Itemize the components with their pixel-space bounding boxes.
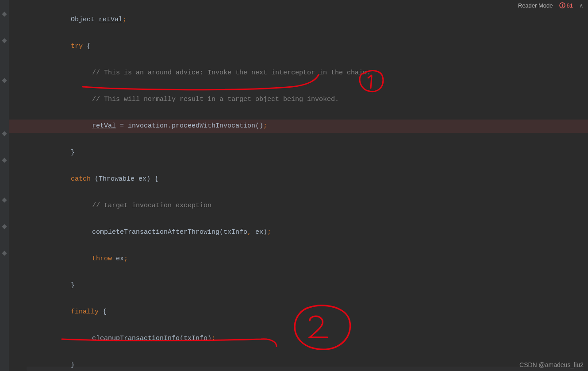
code-text: ex [112, 255, 124, 263]
code-text: { [83, 43, 91, 50]
code-text: (Throwable ex) { [91, 175, 158, 183]
code-line: // This is an around advice: Invoke the … [9, 66, 588, 80]
code-text: ; [211, 335, 215, 342]
code-text: } [71, 149, 75, 156]
code-text: ; [267, 228, 271, 236]
code-line: try { [9, 40, 588, 53]
fold-marker[interactable] [2, 224, 7, 229]
fold-marker[interactable] [2, 78, 7, 83]
code-line: } [9, 279, 588, 292]
code-text: Object [71, 16, 99, 23]
code-text: completeTransactionAfterThrowing(txInfo [92, 228, 247, 236]
comment: // This will normally result in a target… [92, 96, 339, 103]
code-text: { [99, 308, 107, 316]
fold-marker[interactable] [2, 131, 7, 136]
fold-marker[interactable] [2, 38, 7, 43]
kw-try: try [71, 43, 83, 50]
fold-marker[interactable] [2, 251, 7, 255]
code-line: throw ex; [9, 252, 588, 266]
code-text: , [247, 228, 255, 236]
code-text: ; [124, 255, 128, 263]
comment: // target invocation exception [92, 202, 211, 209]
code-line: finally { [9, 305, 588, 319]
code-line: cleanupTransactionInfo(txInfo); [9, 332, 588, 345]
gutter [0, 0, 9, 371]
code-text: ; [123, 16, 127, 23]
fold-marker[interactable] [2, 158, 7, 162]
code-editor[interactable]: Object retVal; try { // This is an aroun… [9, 0, 588, 371]
code-line: // target invocation exception [9, 199, 588, 213]
kw-catch: catch [71, 175, 91, 183]
code-text: = invocation.proceedWithInvocation() [116, 122, 263, 130]
code-text: ; [263, 122, 267, 130]
fold-marker[interactable] [2, 197, 7, 202]
scrollbar-horizontal[interactable] [27, 367, 584, 371]
code-line: catch (Throwable ex) { [9, 173, 588, 186]
code-text: ex) [255, 228, 267, 236]
comment: // This is an around advice: Invoke the … [92, 69, 371, 77]
code-line: Object retVal; [9, 13, 588, 27]
code-text: } [71, 282, 75, 289]
code-text: cleanupTransactionInfo(txInfo) [92, 335, 211, 342]
var-retVal: retVal [92, 122, 116, 130]
code-line: // This will normally result in a target… [9, 93, 588, 106]
code-line: completeTransactionAfterThrowing(txInfo,… [9, 226, 588, 239]
var-retVal: retVal [99, 16, 123, 23]
code-line-highlighted: retVal = invocation.proceedWithInvocatio… [9, 120, 588, 133]
code-line: } [9, 146, 588, 159]
kw-finally: finally [71, 308, 99, 316]
fold-marker[interactable] [2, 12, 7, 16]
kw-throw: throw [92, 255, 112, 263]
